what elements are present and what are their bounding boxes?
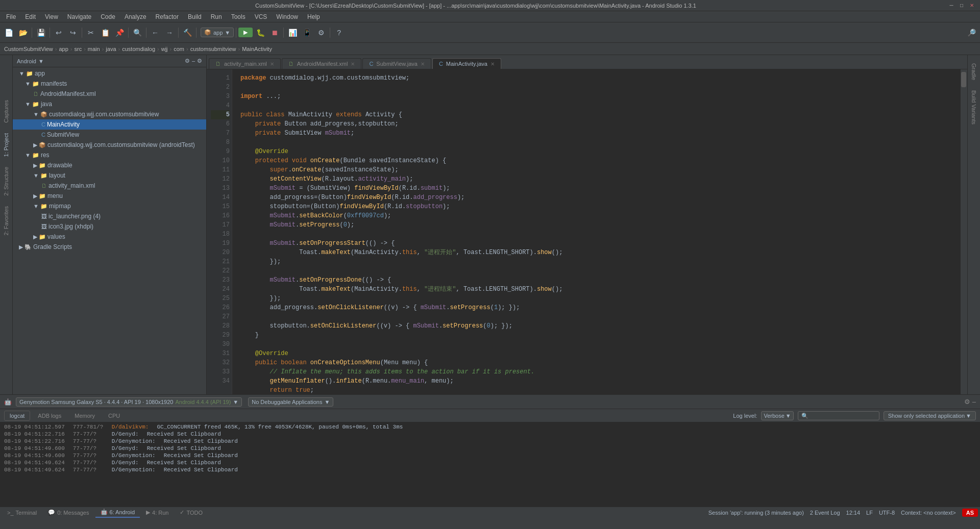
redo-button[interactable]: ↪: [66, 26, 80, 39]
cut-button[interactable]: ✂: [84, 26, 97, 39]
panel-collapse-icon[interactable]: –: [192, 58, 195, 64]
tab-close-icon[interactable]: ✕: [270, 61, 274, 67]
debug-button[interactable]: 🐛: [254, 26, 267, 39]
run-button[interactable]: ▶: [238, 28, 253, 37]
app-selector-dropdown[interactable]: 📦 app ▼: [201, 28, 234, 37]
favorites-tab[interactable]: 2: Favorites: [1, 202, 11, 239]
only-selected-dropdown[interactable]: Show only selected application ▼: [884, 411, 976, 420]
save-button[interactable]: 💾: [34, 26, 47, 39]
tab-close-icon[interactable]: ✕: [351, 61, 355, 67]
tree-item-activity-main-xml[interactable]: 🗋 activity_main.xml: [13, 181, 206, 191]
panel-settings-icon[interactable]: ⚙: [185, 58, 190, 64]
profiler-button[interactable]: 📊: [286, 26, 299, 39]
captures-tab[interactable]: Captures: [1, 96, 11, 127]
menu-item-refactor[interactable]: Refactor: [152, 12, 183, 21]
menu-item-navigate[interactable]: Navigate: [63, 12, 95, 21]
tree-item-layout[interactable]: ▼ 📁 layout: [13, 170, 206, 181]
menu-item-code[interactable]: Code: [96, 12, 119, 21]
tree-item-package[interactable]: ▼ 📦 customdialog.wjj.com.customsubmitvie…: [13, 109, 206, 119]
run-tab[interactable]: ▶ 4: Run: [141, 508, 174, 517]
tree-item-main-activity[interactable]: C MainActivity: [13, 119, 206, 130]
messages-tab[interactable]: 💬 0: Messages: [43, 508, 94, 517]
breadcrumb-item[interactable]: CustomSubmitView: [4, 46, 53, 52]
tree-item-manifests[interactable]: ▼ 📁 manifests: [13, 79, 206, 89]
build-variants-tab[interactable]: Build Variants: [969, 86, 979, 129]
tree-item-drawable[interactable]: ▶ 📁 drawable: [13, 160, 206, 170]
device-dropdown[interactable]: Genymotion Samsung Galaxy S5 · 4.4.4 · A…: [16, 397, 242, 407]
search-everywhere-icon[interactable]: 🔎: [965, 26, 978, 39]
breadcrumb-item[interactable]: main: [88, 46, 100, 52]
log-search-input[interactable]: [798, 411, 879, 420]
breadcrumb-item[interactable]: src: [74, 46, 82, 52]
menu-item-view[interactable]: View: [41, 12, 62, 21]
terminal-tab[interactable]: >_ Terminal: [2, 508, 42, 517]
structure-tab[interactable]: 2: Structure: [1, 163, 11, 200]
menu-item-build[interactable]: Build: [184, 12, 206, 21]
undo-button[interactable]: ↩: [52, 26, 65, 39]
tree-item-mipmap[interactable]: ▼ 📁 mipmap: [13, 201, 206, 211]
copy-button[interactable]: 📋: [99, 26, 112, 39]
avd-button[interactable]: 📱: [300, 26, 313, 39]
sdk-button[interactable]: ⚙: [314, 26, 328, 39]
breadcrumb-item[interactable]: app: [59, 46, 68, 52]
tree-item-res[interactable]: ▼ 📁 res: [13, 150, 206, 160]
tree-item-icon3[interactable]: 🖼 icon3.jpg (xhdpi): [13, 221, 206, 232]
menu-item-analyze[interactable]: Analyze: [120, 12, 151, 21]
gradle-tab[interactable]: Gradle: [969, 59, 979, 84]
breadcrumb-item[interactable]: java: [106, 46, 116, 52]
forward-button[interactable]: →: [163, 26, 176, 39]
maximize-button[interactable]: □: [958, 2, 966, 10]
new-file-button[interactable]: 📄: [2, 26, 15, 39]
device-minimize-icon[interactable]: –: [972, 398, 976, 406]
back-button[interactable]: ←: [149, 26, 162, 39]
tree-item-manifest-xml[interactable]: 🗋 AndroidManifest.xml: [13, 89, 206, 99]
menu-item-edit[interactable]: Edit: [21, 12, 40, 21]
tree-item-ic-launcher[interactable]: 🖼 ic_launcher.png (4): [13, 211, 206, 221]
project-tab[interactable]: 1: Project: [1, 129, 11, 161]
tab-android-manifest[interactable]: 🗋 AndroidManifest.xml ✕: [282, 58, 362, 69]
menu-item-file[interactable]: File: [2, 12, 20, 21]
tree-item-menu[interactable]: ▶ 📁 menu: [13, 191, 206, 201]
menu-item-help[interactable]: Help: [303, 12, 324, 21]
build-button[interactable]: 🔨: [181, 26, 194, 39]
log-level-dropdown[interactable]: Verbose ▼: [761, 411, 793, 420]
search-button[interactable]: 🔍: [131, 26, 144, 39]
tab-close-icon[interactable]: ✕: [421, 61, 425, 67]
menu-item-window[interactable]: Window: [272, 12, 302, 21]
paste-button[interactable]: 📌: [113, 26, 126, 39]
android-selector[interactable]: Android: [17, 58, 36, 64]
code-content[interactable]: package customdialog.wjj.com.customsubmi…: [232, 69, 960, 394]
tree-item-androidtest[interactable]: ▶ 📦 customdialog.wjj.com.customsubmitvie…: [13, 140, 206, 150]
tab-close-icon[interactable]: ✕: [491, 61, 495, 67]
search-everywhere[interactable]: 🔎: [965, 26, 978, 39]
logcat-tab[interactable]: logcat: [4, 411, 30, 421]
editor-scrollbar[interactable]: [960, 69, 967, 394]
breadcrumb-item[interactable]: com: [174, 46, 184, 52]
cpu-tab[interactable]: CPU: [103, 411, 126, 421]
no-debug-dropdown[interactable]: No Debuggable Applications ▼: [248, 397, 333, 407]
menu-item-run[interactable]: Run: [207, 12, 226, 21]
open-button[interactable]: 📂: [16, 26, 30, 39]
help-button[interactable]: ?: [332, 26, 346, 39]
event-log[interactable]: 2 Event Log: [810, 510, 840, 516]
adb-logs-tab[interactable]: ADB logs: [32, 411, 67, 421]
minimize-button[interactable]: ─: [947, 2, 955, 10]
tab-main-activity[interactable]: C MainActivity.java ✕: [432, 58, 501, 69]
breadcrumb-item[interactable]: customsubmitview: [190, 46, 236, 52]
tree-item-java[interactable]: ▼ 📁 java: [13, 99, 206, 109]
tree-item-gradle-scripts[interactable]: ▶ 🐘 Gradle Scripts: [13, 242, 206, 252]
todo-tab[interactable]: ✓ TODO: [175, 508, 208, 517]
menu-item-vcs[interactable]: VCS: [251, 12, 272, 21]
stop-button[interactable]: ⏹: [268, 26, 281, 39]
tree-item-values[interactable]: ▶ 📁 values: [13, 232, 206, 242]
menu-item-tools[interactable]: Tools: [227, 12, 250, 21]
breadcrumb-item[interactable]: customdialog: [122, 46, 155, 52]
tab-submit-view[interactable]: C SubmitView.java ✕: [362, 58, 431, 69]
breadcrumb-item[interactable]: MainActivity: [242, 46, 272, 52]
tree-item-app[interactable]: ▼ 📁 app: [13, 68, 206, 79]
tab-activity-main-xml[interactable]: 🗋 activity_main.xml ✕: [209, 58, 281, 69]
close-button[interactable]: ✕: [968, 2, 976, 10]
android-tab[interactable]: 🤖 6: Android: [95, 507, 140, 518]
breadcrumb-item[interactable]: wjj: [161, 46, 168, 52]
tree-item-submit-view[interactable]: C SubmitView: [13, 130, 206, 140]
